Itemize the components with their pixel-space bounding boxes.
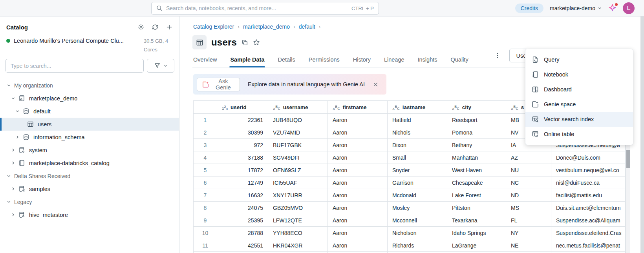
compute-cluster-row[interactable]: Leonardo Murillo's Personal Compute Clu.… bbox=[0, 35, 179, 59]
tree-item-label: Legacy bbox=[14, 199, 32, 205]
column-header-lastname[interactable]: ABClastname bbox=[388, 101, 447, 114]
assistant-sparkle-icon[interactable] bbox=[608, 4, 617, 12]
cluster-specs: 30.5 GB, 4 Cores bbox=[144, 37, 174, 54]
tab-sample-data[interactable]: Sample Data bbox=[229, 56, 265, 67]
tree-item-users[interactable]: users bbox=[0, 118, 179, 131]
page-title: users bbox=[211, 37, 237, 48]
data-cell: Chesapeake bbox=[447, 177, 506, 189]
column-header-userid[interactable]: 123userid bbox=[217, 101, 268, 114]
data-cell: BUF17GBK bbox=[268, 139, 328, 151]
menu-item-notebook[interactable]: Notebook bbox=[525, 67, 633, 82]
user-avatar[interactable]: L bbox=[623, 2, 635, 14]
data-cell: Aaron bbox=[328, 214, 388, 227]
refresh-icon[interactable] bbox=[152, 24, 159, 31]
kebab-menu-icon[interactable] bbox=[494, 52, 501, 59]
tree-item-default[interactable]: default bbox=[0, 105, 179, 118]
menu-item-online-table[interactable]: Online table bbox=[525, 127, 633, 142]
tree-item-information-schema[interactable]: information_schema bbox=[0, 131, 179, 144]
catalog-tree: My organizationmarketplace_demodefaultus… bbox=[0, 79, 179, 221]
data-cell: Mcdonald bbox=[388, 189, 447, 202]
databricks-catalog-explorer: Search data, notebooks, recents, and mor… bbox=[0, 0, 644, 253]
breadcrumb-link-default[interactable]: default bbox=[299, 24, 315, 30]
favorite-star-icon[interactable] bbox=[253, 39, 260, 46]
tree-item-marketplace-databricks-catalog[interactable]: marketplace-databricks_catalog bbox=[0, 157, 179, 169]
tree-section-legacy[interactable]: Legacy bbox=[0, 195, 179, 208]
workspace-switcher[interactable]: marketplace-demo bbox=[550, 5, 602, 11]
tree-item-label: system bbox=[29, 147, 47, 153]
scrollbar-thumb[interactable] bbox=[626, 150, 630, 168]
tree-item-system[interactable]: system bbox=[0, 144, 179, 157]
chevron-down-icon[interactable] bbox=[10, 96, 16, 101]
menu-item-query[interactable]: Query bbox=[525, 52, 633, 67]
breadcrumb-link-marketplace-demo[interactable]: marketplace_demo bbox=[243, 24, 290, 30]
menu-item-vector-search-index[interactable]: Vector search index bbox=[525, 112, 633, 127]
schema-icon bbox=[23, 108, 30, 115]
filter-icon bbox=[154, 62, 161, 69]
credits-button[interactable]: Credits bbox=[515, 4, 543, 13]
data-cell: Dixon bbox=[388, 139, 447, 151]
chevron-right-icon[interactable] bbox=[14, 135, 20, 140]
ask-genie-button[interactable]: Ask Genie bbox=[197, 78, 240, 91]
tree-item-label: samples bbox=[29, 186, 50, 192]
catalog-gear-icon bbox=[18, 147, 26, 153]
gear-icon[interactable] bbox=[137, 24, 145, 31]
data-cell: 12749 bbox=[217, 177, 268, 189]
copy-icon[interactable] bbox=[242, 39, 248, 46]
table-row: 1028788YYH88ECOAaronNicholsonIdaho Sprin… bbox=[194, 227, 626, 239]
data-cell bbox=[506, 252, 551, 253]
chevron-down-icon[interactable] bbox=[14, 109, 20, 114]
notebook-icon bbox=[532, 71, 539, 78]
chevron-right-icon[interactable] bbox=[10, 160, 16, 166]
row-number-cell: 10 bbox=[194, 227, 217, 239]
catalog-search-input[interactable] bbox=[5, 59, 144, 73]
chevron-right-icon[interactable] bbox=[10, 212, 16, 217]
chevron-right-icon[interactable] bbox=[10, 147, 16, 153]
dashboard-icon bbox=[532, 86, 539, 93]
filter-button[interactable] bbox=[147, 59, 174, 73]
data-cell: YYH88ECO bbox=[268, 227, 328, 239]
tab-history[interactable]: History bbox=[352, 56, 371, 67]
data-cell: Aaron bbox=[328, 114, 388, 126]
top-bar: Search data, notebooks, recents, and mor… bbox=[0, 0, 644, 16]
tab-overview[interactable]: Overview bbox=[192, 56, 218, 67]
tree-item-samples[interactable]: samples bbox=[0, 182, 179, 195]
tree-section-delta-shares-received[interactable]: Delta Shares Received bbox=[0, 169, 179, 182]
close-icon[interactable] bbox=[373, 82, 379, 87]
tab-permissions[interactable]: Permissions bbox=[308, 56, 340, 67]
chevron-down-icon[interactable] bbox=[5, 83, 12, 88]
add-icon[interactable] bbox=[166, 24, 173, 31]
menu-item-dashboard[interactable]: Dashboard bbox=[525, 82, 633, 97]
tab-quality[interactable]: Quality bbox=[450, 56, 469, 67]
menu-item-genie-space[interactable]: Genie space bbox=[525, 97, 633, 112]
breadcrumb-link-catalog-explorer[interactable]: Catalog Explorer bbox=[193, 24, 234, 30]
data-cell: Aaron bbox=[328, 189, 388, 202]
chevron-down-icon[interactable] bbox=[5, 173, 12, 178]
data-cell: Nichols bbox=[388, 126, 447, 139]
tree-item-hive-metastore[interactable]: hive_metastore bbox=[0, 208, 179, 221]
data-cell bbox=[268, 252, 328, 253]
data-cell: 972 bbox=[217, 139, 268, 151]
tab-details[interactable]: Details bbox=[277, 56, 296, 67]
column-header-city[interactable]: ABCcity bbox=[447, 101, 506, 114]
tree-section-my-organization[interactable]: My organization bbox=[0, 79, 179, 92]
tree-item-label: default bbox=[33, 108, 51, 115]
chevron-down-icon[interactable] bbox=[5, 199, 12, 204]
tab-lineage[interactable]: Lineage bbox=[383, 56, 405, 67]
column-header-firstname[interactable]: ABCfirstname bbox=[328, 101, 388, 114]
tab-insights[interactable]: Insights bbox=[417, 56, 438, 67]
column-header-col0[interactable] bbox=[194, 101, 217, 114]
data-cell: AZ bbox=[506, 151, 551, 164]
data-cell: Richards bbox=[388, 239, 447, 252]
tree-item-label: marketplace-databricks_catalog bbox=[29, 160, 110, 166]
page-scrollbar[interactable] bbox=[640, 16, 644, 253]
global-search-input[interactable]: Search data, notebooks, recents, and mor… bbox=[151, 2, 379, 15]
tree-item-marketplace-demo[interactable]: marketplace_demo bbox=[0, 92, 179, 105]
data-cell bbox=[328, 252, 388, 253]
data-cell: nec.metus.facilisis@penat bbox=[551, 239, 626, 252]
tree-item-label: My organization bbox=[14, 82, 53, 89]
column-header-username[interactable]: ABCusername bbox=[268, 101, 328, 114]
chevron-right-icon[interactable] bbox=[10, 186, 16, 191]
notification-dot bbox=[615, 3, 618, 6]
data-cell: Aaron bbox=[328, 239, 388, 252]
data-cell: 28788 bbox=[217, 227, 268, 239]
